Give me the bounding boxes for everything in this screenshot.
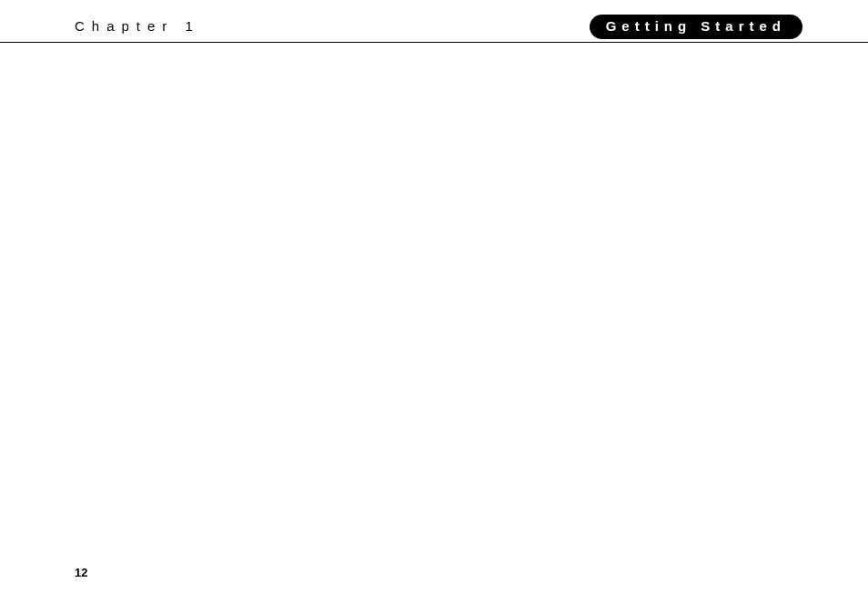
document-page: Chapter 1 Getting Started 12 <box>0 0 868 603</box>
page-header: Chapter 1 Getting Started <box>0 16 868 42</box>
chapter-label: Chapter 1 <box>75 18 200 34</box>
page-number: 12 <box>75 566 87 579</box>
section-title-pill: Getting Started <box>590 15 802 39</box>
header-divider <box>0 42 868 43</box>
